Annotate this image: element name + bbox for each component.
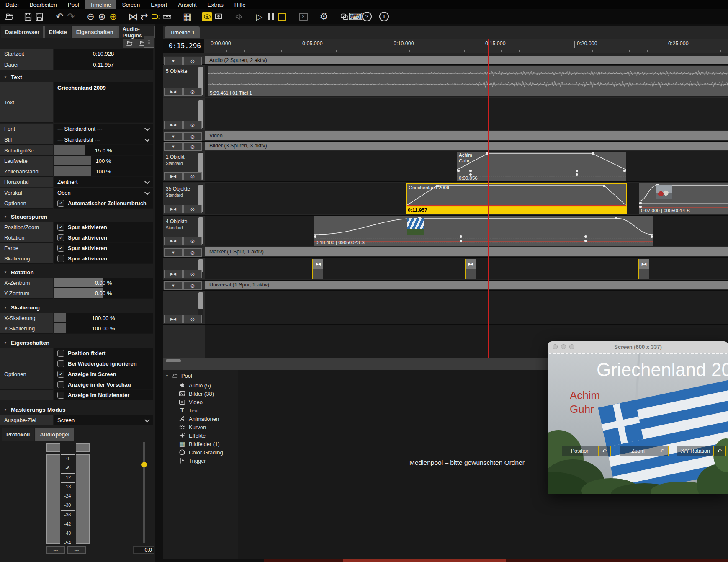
timeline-marker[interactable]: ▶◀ bbox=[638, 259, 649, 279]
section-rotation[interactable]: ▼ Rotation bbox=[0, 267, 153, 277]
pool-item-animationen[interactable]: Animationen bbox=[179, 415, 219, 423]
section-skalierung[interactable]: ▼ Skalierung bbox=[0, 302, 153, 312]
audio-clip[interactable]: 5:39.461 | 01 Titel 1 bbox=[208, 66, 728, 96]
open-project-icon[interactable] bbox=[3, 11, 15, 22]
pool-item-kurven[interactable]: Kurven bbox=[179, 423, 206, 431]
automation-lane-red[interactable] bbox=[314, 241, 653, 242]
minimize-window-icon[interactable] bbox=[561, 344, 566, 349]
tab-audiopegel[interactable]: Audiopegel bbox=[35, 428, 74, 441]
track-disable-icon[interactable]: ⊘ bbox=[183, 121, 202, 129]
track-disable-icon[interactable]: ⊘ bbox=[183, 205, 202, 213]
presentation-icon[interactable] bbox=[213, 11, 224, 22]
clip-09050014[interactable]: 0:07.000 | 09050014-S bbox=[639, 183, 728, 214]
zeilenumbruch-checkbox[interactable]: Automatischer Zeilenumbruch bbox=[54, 198, 153, 209]
checkbox-checked-icon[interactable] bbox=[57, 245, 64, 252]
y-skalierung-slider[interactable]: 100.00 % bbox=[54, 323, 153, 334]
keyboard-icon[interactable]: ⌨ bbox=[350, 11, 361, 22]
track-disable-icon[interactable]: ⊘ bbox=[183, 172, 202, 180]
track-transition-icon[interactable]: ▶◀ bbox=[164, 270, 183, 278]
track-transition-icon[interactable]: ▶◀ bbox=[164, 172, 183, 180]
pool-item-bildfelder[interactable]: ▦Bildfelder (1) bbox=[179, 440, 220, 448]
dauer-value[interactable]: 0:11.957 bbox=[54, 59, 153, 70]
audio-mute-icon[interactable] bbox=[233, 11, 244, 22]
x-zentrum-slider[interactable]: 0.00 % bbox=[54, 278, 153, 288]
clip-griechenland-selected[interactable]: Griechenland 2009 0:11.957 bbox=[406, 183, 627, 214]
save-as-icon[interactable] bbox=[33, 11, 45, 22]
track-disable-icon[interactable]: ⊘ bbox=[183, 270, 202, 278]
checkbox-unchecked-icon[interactable] bbox=[57, 381, 64, 388]
pool-item-trigger[interactable]: Trigger bbox=[179, 456, 206, 465]
group-disable-icon[interactable]: ⊘ bbox=[183, 281, 202, 290]
checkbox-unchecked-icon[interactable] bbox=[57, 350, 64, 357]
pool-root[interactable]: ▼ Pool bbox=[165, 372, 192, 379]
play-icon[interactable]: ▷ bbox=[254, 11, 265, 22]
pool-item-audio[interactable]: Audio (5) bbox=[179, 381, 211, 389]
automation-lane[interactable] bbox=[457, 171, 626, 171]
position-zoom-checkbox[interactable]: Spur aktivieren bbox=[54, 222, 153, 232]
collapse-panel-icon[interactable] bbox=[144, 36, 154, 48]
horizontal-dropdown[interactable]: Zentriert bbox=[54, 177, 153, 187]
automation-lane[interactable] bbox=[639, 203, 728, 204]
checkbox-checked-icon[interactable] bbox=[57, 224, 64, 231]
fade-envelope[interactable] bbox=[639, 183, 728, 202]
reset-arrow-icon[interactable]: ↶ bbox=[656, 446, 668, 456]
empty-track-area[interactable] bbox=[205, 290, 728, 325]
menu-extras[interactable]: Extras bbox=[202, 0, 229, 9]
info-icon[interactable]: i bbox=[378, 11, 390, 22]
reset-arrow-icon[interactable]: ↶ bbox=[598, 446, 610, 456]
skalierung-checkbox[interactable]: Spur aktivieren bbox=[54, 253, 153, 264]
pause-icon[interactable] bbox=[265, 11, 276, 22]
pool-item-bilder[interactable]: Bilder (38) bbox=[179, 389, 214, 398]
automation-lane-red[interactable] bbox=[639, 207, 728, 208]
zoom-original-icon[interactable]: ⊛ bbox=[96, 11, 108, 22]
swap-tracks-icon[interactable]: ⇄ bbox=[139, 11, 150, 22]
help-icon[interactable]: ? bbox=[361, 11, 373, 22]
zoom-in-icon[interactable]: ⊕ bbox=[108, 11, 119, 22]
track-transition-icon[interactable]: ▶◀ bbox=[164, 88, 183, 96]
timeline-tab[interactable]: Timeline 1 bbox=[165, 26, 200, 38]
position-button[interactable]: Position ↶ bbox=[562, 446, 611, 456]
tab-eigenschaften[interactable]: Eigenschaften bbox=[72, 26, 118, 38]
menu-bearbeiten[interactable]: Bearbeiten bbox=[24, 0, 62, 9]
pool-item-effekte[interactable]: Effekte bbox=[179, 431, 206, 440]
clip-achim-guhr[interactable]: Achim Guhr 0:09.056 bbox=[457, 152, 626, 181]
anzeige-screen-checkbox[interactable]: Anzeige im Screen bbox=[54, 369, 153, 379]
section-maskierung[interactable]: ▼ Maskierungs-Modus bbox=[0, 405, 153, 415]
position-fixiert-checkbox[interactable]: Position fixiert bbox=[54, 348, 153, 358]
track-transition-icon[interactable]: ▶◀ bbox=[164, 237, 183, 245]
group-marker-header[interactable]: Marker (1 Spur, 1 aktiv) bbox=[205, 247, 728, 256]
checkbox-checked-icon[interactable] bbox=[57, 371, 64, 378]
checkbox-unchecked-icon[interactable] bbox=[57, 360, 64, 367]
group-audio-header[interactable]: Audio (2 Spuren, 2 aktiv) bbox=[205, 56, 728, 65]
section-text[interactable]: ▼ Text bbox=[0, 72, 153, 82]
close-window-icon[interactable] bbox=[553, 344, 558, 349]
track-transition-icon[interactable]: ▶◀ bbox=[164, 205, 183, 213]
group-universal-header[interactable]: Universal (1 Spur, 1 aktiv) bbox=[205, 280, 728, 289]
folder-new-icon[interactable] bbox=[123, 39, 136, 48]
menu-hilfe[interactable]: Hilfe bbox=[229, 0, 251, 9]
ausgabe-ziel-dropdown[interactable]: Screen bbox=[54, 415, 153, 425]
screen-window-titlebar[interactable]: Screen (600 x 337) bbox=[548, 341, 728, 353]
track-disable-icon[interactable]: ⊘ bbox=[183, 88, 202, 96]
tab-dateibrowser[interactable]: Dateibrowser bbox=[1, 26, 44, 38]
startzeit-value[interactable]: 0:10.928 bbox=[54, 49, 153, 59]
checkbox-unchecked-icon[interactable] bbox=[57, 255, 64, 262]
group-bilder-header[interactable]: Bilder (3 Spuren, 3 aktiv) bbox=[205, 141, 728, 150]
group-disable-icon[interactable]: ⊘ bbox=[183, 132, 202, 141]
fade-envelope[interactable] bbox=[314, 216, 653, 235]
y-zentrum-slider[interactable]: 0.00 % bbox=[54, 288, 153, 299]
gain-slider-knob[interactable] bbox=[141, 462, 147, 467]
group-disable-icon[interactable]: ⊘ bbox=[183, 248, 202, 257]
rotation-checkbox[interactable]: Spur aktivieren bbox=[54, 232, 153, 243]
menu-timeline[interactable]: Timeline bbox=[85, 0, 117, 9]
section-steuerspuren[interactable]: ▼ Steuerspuren bbox=[0, 211, 153, 222]
anzeige-notiz-checkbox[interactable]: Anzeige im Notizfenster bbox=[54, 390, 153, 400]
menu-export[interactable]: Export bbox=[145, 0, 172, 9]
checkbox-checked-icon[interactable] bbox=[57, 234, 64, 241]
timeline-marker[interactable]: ▶◀ bbox=[465, 259, 476, 279]
automation-lane-red[interactable] bbox=[457, 175, 626, 175]
horizontal-scrollbar[interactable] bbox=[166, 359, 181, 362]
bei-wiedergabe-checkbox[interactable]: Bei Wiedergabe ignorieren bbox=[54, 358, 153, 369]
automation-lane[interactable] bbox=[314, 237, 653, 237]
fade-envelope[interactable] bbox=[457, 152, 626, 170]
